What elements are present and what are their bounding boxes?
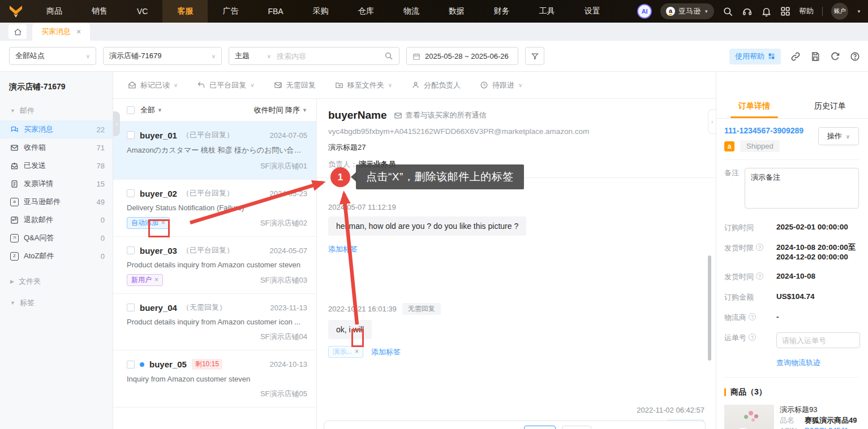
remove-tag-icon[interactable]: × <box>154 275 158 285</box>
select-all-checkbox[interactable] <box>127 106 135 114</box>
list-item-buyer-01[interactable]: buyer_01 （已平台回复） 2024-07-05 Amazonのカスタマー… <box>113 122 316 180</box>
mark-read-button[interactable]: 标记已读 ∨ <box>128 80 178 90</box>
headset-icon[interactable] <box>742 6 753 17</box>
item-checkbox[interactable] <box>127 189 135 197</box>
help-circle-icon[interactable]: ? <box>749 333 756 341</box>
nav-item-ads[interactable]: 广告 <box>208 0 253 23</box>
list-item-buery-04[interactable]: buery_04 （无需回复） 2023-11-13 Product detai… <box>113 294 316 350</box>
collapse-arrow-icon: ▼ <box>10 108 15 114</box>
save-view-icon[interactable] <box>810 51 820 62</box>
list-item-buyer-02[interactable]: buyer_02 （已平台回复） 2024-05-23 Delivery Sta… <box>113 180 316 237</box>
list-item-buyer-03[interactable]: buyer_03 （已平台回复） 2024-05-07 Product deta… <box>113 237 316 294</box>
order-note-textarea[interactable]: 演示备注 <box>745 168 859 209</box>
nav-item-data[interactable]: 数据 <box>434 0 479 23</box>
nav-item-finance[interactable]: 财务 <box>479 0 525 23</box>
nav-item-logistics[interactable]: 物流 <box>389 0 434 23</box>
collapse-panel-handle[interactable]: › <box>708 109 716 134</box>
sidebar-item-label: 亚马逊邮件 <box>24 197 61 207</box>
sidebar-item-atoz-mail[interactable]: Z AtoZ邮件 0 <box>0 247 113 265</box>
store-select[interactable]: 演示店铺-71679 ∨ <box>103 47 222 65</box>
nav-item-warehouse[interactable]: 仓库 <box>343 0 389 23</box>
search-icon[interactable] <box>723 6 733 17</box>
sidebar-item-buyer-messages[interactable]: 买家消息 22 <box>0 120 113 138</box>
track-logistics-link[interactable]: 查询物流轨迹 <box>776 358 859 368</box>
caret-down-icon[interactable]: ▼ <box>157 107 162 113</box>
collapse-list-handle[interactable]: ‹ <box>113 111 120 136</box>
sidebar-item-qa[interactable]: ?! Q&A问答 0 <box>0 229 113 247</box>
no-reply-needed-button[interactable]: 无需回复 <box>274 80 316 90</box>
nav-item-settings[interactable]: 设置 <box>570 0 615 23</box>
asin-link[interactable]: B0CCL945J1 <box>805 426 848 429</box>
move-to-folder-button[interactable]: 移至文件夹 ∨ <box>335 80 392 90</box>
date-range-picker[interactable]: 2025-05-28 ~ 2025-06-26 <box>406 47 518 65</box>
help-circle-icon[interactable]: ? <box>756 272 763 280</box>
sidebar-section-folders[interactable]: ▶ 文件夹 <box>0 265 113 287</box>
close-icon[interactable]: × <box>76 27 81 36</box>
account-avatar[interactable]: 账户 <box>831 3 848 20</box>
order-id-link[interactable]: 111-1234567-3909289 <box>724 126 803 135</box>
list-item-buyer-05[interactable]: buyer_05 剩10:15 2024-10-13 Inquiry from … <box>113 350 316 408</box>
apps-grid-icon[interactable] <box>780 6 790 16</box>
topic-select[interactable]: 主题 ∨ <box>229 51 277 61</box>
tab-buyer-messages[interactable]: 买家消息 × <box>32 23 90 41</box>
notifications-bell-icon[interactable] <box>761 6 772 17</box>
item-checkbox[interactable] <box>127 131 135 139</box>
help-circle-icon[interactable]: ? <box>749 313 756 320</box>
remove-tag-icon[interactable]: × <box>355 347 359 357</box>
help-circle-icon[interactable]: ? <box>756 244 763 251</box>
tab-order-details[interactable]: 订单详情 <box>716 101 792 118</box>
item-checkbox[interactable] <box>127 361 135 369</box>
reply-secondary-button[interactable] <box>562 426 591 429</box>
sidebar-item-refund-mail[interactable]: 退款邮件 0 <box>0 211 113 229</box>
copy-link-icon[interactable] <box>790 51 801 62</box>
waybill-input[interactable] <box>776 332 860 348</box>
item-checkbox[interactable] <box>127 246 135 254</box>
help-link[interactable]: 帮助 <box>799 6 814 16</box>
caret-down-icon[interactable]: ▼ <box>302 107 307 113</box>
vertical-scrollbar[interactable] <box>708 255 711 361</box>
sidebar-item-amazon-mail[interactable]: a 亚马逊邮件 49 <box>0 193 113 211</box>
select-all-label[interactable]: 全部 <box>140 105 155 115</box>
app-logo-icon[interactable] <box>0 5 32 18</box>
sidebar-item-invoice-details[interactable]: 发票详情 15 <box>0 175 113 193</box>
sidebar-section-tags[interactable]: ▼ 标签 <box>0 287 113 308</box>
ai-assistant-button[interactable]: AI <box>637 4 652 19</box>
sidebar-item-sent[interactable]: 已发送 78 <box>0 157 113 175</box>
nav-item-sales[interactable]: 销售 <box>77 0 122 23</box>
refresh-icon[interactable] <box>830 51 840 62</box>
home-tab[interactable] <box>8 24 27 39</box>
follow-up-button[interactable]: 待跟进 ∨ <box>480 80 522 90</box>
label-tag[interactable]: 新用户 × <box>127 274 163 286</box>
sidebar-item-inbox[interactable]: 收件箱 71 <box>0 138 113 157</box>
platform-replied-button[interactable]: 已平台回复 ∨ <box>197 80 254 90</box>
field-order-amount: 订购金额 US$104.74 <box>724 292 859 302</box>
site-select[interactable]: 全部站点 ∨ <box>9 47 96 65</box>
help-circle-icon[interactable] <box>850 51 860 62</box>
product-image[interactable]: X 3 <box>724 405 774 429</box>
store-name: SF演示店铺05 <box>260 389 307 399</box>
message-tag[interactable]: 演示... × <box>328 346 363 358</box>
reply-action-button[interactable] <box>524 426 556 429</box>
nav-item-purchasing[interactable]: 采购 <box>298 0 343 23</box>
search-icon[interactable] <box>384 51 393 61</box>
filter-funnel-button[interactable] <box>525 47 544 65</box>
tab-order-history[interactable]: 历史订单 <box>792 101 868 118</box>
chevron-down-icon[interactable]: ▼ <box>857 9 861 14</box>
order-actions-button[interactable]: 操作 ∨ <box>818 127 859 145</box>
assign-owner-button[interactable]: 分配负责人 <box>411 80 461 90</box>
add-tag-link[interactable]: 添加标签 <box>328 244 358 254</box>
marketplace-switcher[interactable]: a 亚马逊 ▼ <box>660 3 714 19</box>
nav-item-products[interactable]: 商品 <box>32 0 77 23</box>
add-tag-link[interactable]: 添加标签 <box>371 347 401 357</box>
nav-item-fba[interactable]: FBA <box>253 0 298 23</box>
nav-item-tools[interactable]: 工具 <box>525 0 570 23</box>
nav-item-customer-service[interactable]: 客服 <box>162 0 208 23</box>
usage-help-button[interactable]: 使用帮助 <box>729 49 781 64</box>
view-all-communications-link[interactable]: 查看与该买家的所有通信 <box>394 110 487 120</box>
search-input[interactable] <box>277 52 384 60</box>
reply-editor-panel[interactable] <box>324 421 706 429</box>
item-checkbox[interactable] <box>127 304 135 311</box>
sidebar-group-mail[interactable]: ▼ 邮件 <box>0 92 113 120</box>
nav-item-vc[interactable]: VC <box>122 0 162 23</box>
sort-label[interactable]: 收件时间 降序 <box>253 105 300 115</box>
